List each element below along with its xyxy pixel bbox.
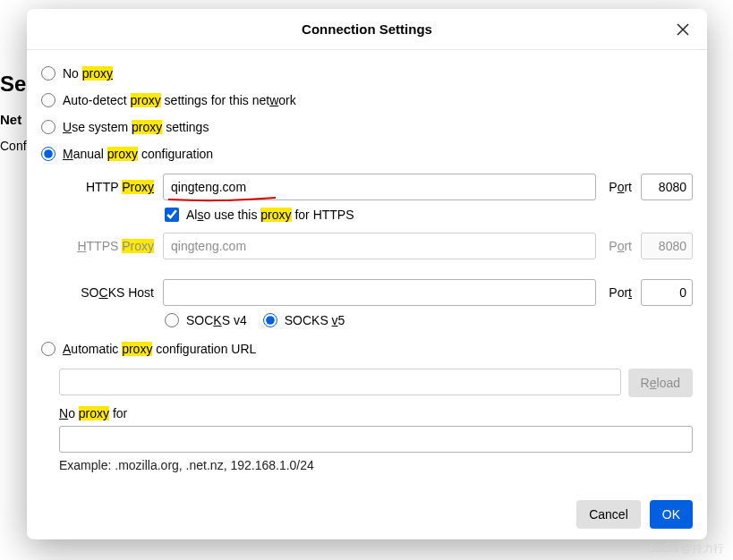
https-proxy-input xyxy=(163,233,596,259)
dialog-header: Connection Settings xyxy=(27,9,707,50)
ok-button[interactable]: OK xyxy=(650,500,693,529)
socks-port-input[interactable] xyxy=(641,279,693,306)
https-port-input xyxy=(641,233,693,259)
https-proxy-label: HTTPS Proxy xyxy=(41,239,158,253)
socks-host-input[interactable] xyxy=(163,279,596,306)
socks-port-label: Port xyxy=(601,285,635,300)
http-proxy-row: HTTP Proxy Port xyxy=(41,174,693,200)
radio-manual-proxy[interactable] xyxy=(41,147,55,161)
radio-system-proxy[interactable] xyxy=(41,120,55,134)
http-port-label: Port xyxy=(601,180,635,194)
radio-no-proxy[interactable] xyxy=(41,66,55,81)
example-text: Example: .mozilla.org, .net.nz, 192.168.… xyxy=(59,458,693,472)
label-auto-detect: Auto-detect proxy settings for this netw… xyxy=(63,93,296,107)
auto-url-input xyxy=(59,369,621,395)
radio-socks-v4[interactable] xyxy=(165,313,179,327)
http-proxy-input[interactable] xyxy=(163,174,596,200)
radio-auto-url[interactable] xyxy=(41,342,55,356)
socks-v4-option[interactable]: SOCKS v4 xyxy=(165,313,247,327)
label-manual-proxy: Manual proxy configuration xyxy=(63,147,213,161)
option-manual-proxy[interactable]: Manual proxy configuration xyxy=(41,147,693,161)
socks-host-row: SOCKS Host Port xyxy=(41,279,693,306)
no-proxy-for-label: No proxy for xyxy=(59,406,693,420)
http-proxy-label: HTTP Proxy xyxy=(41,180,158,194)
socks-version-row: SOCKS v4 SOCKS v5 xyxy=(165,313,693,327)
bg-heading: Se xyxy=(0,72,26,97)
option-no-proxy[interactable]: No proxy xyxy=(41,66,693,81)
option-auto-url[interactable]: Automatic proxy configuration URL xyxy=(41,342,693,356)
auto-url-row: Reload xyxy=(59,369,693,397)
bg-text: Conf xyxy=(0,139,27,153)
http-port-input[interactable] xyxy=(641,174,693,200)
radio-auto-detect[interactable] xyxy=(41,93,55,107)
close-button[interactable] xyxy=(673,20,693,39)
also-https-row[interactable]: Also use this proxy for HTTPS xyxy=(165,208,693,222)
no-proxy-for-input[interactable] xyxy=(59,426,693,453)
also-https-label: Also use this proxy for HTTPS xyxy=(186,208,354,222)
label-no-proxy: No proxy xyxy=(63,66,113,81)
label-auto-url: Automatic proxy configuration URL xyxy=(63,342,256,356)
radio-socks-v5[interactable] xyxy=(263,313,277,327)
connection-settings-dialog: Connection Settings No proxy Auto-detect… xyxy=(27,9,707,539)
cancel-button[interactable]: Cancel xyxy=(576,500,641,529)
https-port-label: Port xyxy=(601,239,635,253)
label-system-proxy: Use system proxy settings xyxy=(63,120,209,134)
dialog-title: Connection Settings xyxy=(302,21,432,37)
option-system-proxy[interactable]: Use system proxy settings xyxy=(41,120,693,134)
socks-host-label: SOCKS Host xyxy=(41,285,158,300)
also-https-checkbox[interactable] xyxy=(165,208,179,222)
socks-v4-label: SOCKS v4 xyxy=(186,313,247,327)
socks-v5-label: SOCKS v5 xyxy=(285,313,345,327)
socks-v5-option[interactable]: SOCKS v5 xyxy=(263,313,345,327)
bg-section: Net xyxy=(0,112,21,127)
scroll-fade xyxy=(27,473,707,489)
dialog-footer: Cancel OK xyxy=(27,489,707,539)
https-proxy-row: HTTPS Proxy Port xyxy=(41,233,693,259)
dialog-body: No proxy Auto-detect proxy settings for … xyxy=(27,50,707,489)
close-icon xyxy=(677,23,689,36)
watermark: CSDN @持力行 xyxy=(647,541,724,556)
option-auto-detect[interactable]: Auto-detect proxy settings for this netw… xyxy=(41,93,693,107)
reload-button: Reload xyxy=(628,369,693,397)
